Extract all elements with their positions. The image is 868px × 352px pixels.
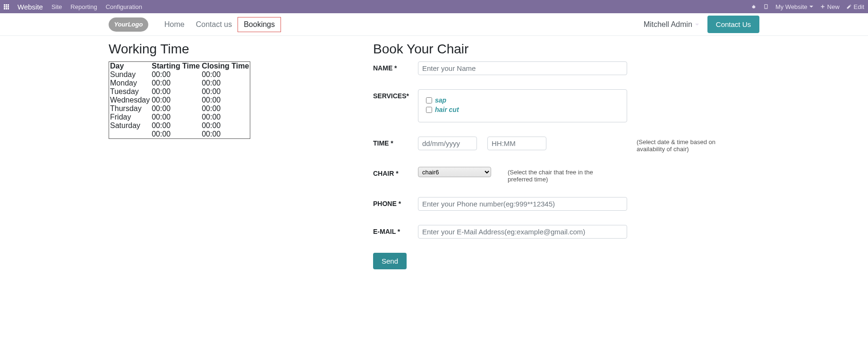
services-box: sap hair cut: [418, 89, 627, 122]
service-checkbox[interactable]: [426, 107, 432, 113]
table-row: 00:0000:00: [109, 130, 250, 139]
nav-home[interactable]: Home: [159, 17, 190, 33]
name-label: NAME *: [373, 61, 418, 72]
service-option-sap[interactable]: sap: [426, 96, 619, 104]
chair-hint: (Select the chair that free in the prefe…: [508, 167, 602, 183]
caret-down-icon: [809, 6, 813, 8]
nav-bookings[interactable]: Bookings: [238, 17, 281, 32]
phone-label: PHONE *: [373, 197, 418, 207]
time-input[interactable]: [487, 137, 546, 150]
topbar-edit[interactable]: Edit: [846, 3, 864, 10]
service-option-haircut[interactable]: hair cut: [426, 106, 619, 113]
topbar-menu-reporting[interactable]: Reporting: [70, 3, 97, 10]
nav-contact-us[interactable]: Contact us: [190, 17, 238, 33]
topbar-new[interactable]: New: [820, 3, 840, 10]
working-time-title: Working Time: [109, 42, 354, 57]
table-row: Sunday00:0000:00: [109, 70, 250, 79]
phone-input[interactable]: [418, 197, 627, 211]
send-button[interactable]: Send: [373, 253, 407, 269]
table-row: Monday00:0000:00: [109, 79, 250, 87]
table-row: Saturday00:0000:00: [109, 121, 250, 130]
booking-title: Book Your Chair: [373, 42, 759, 57]
topbar-brand[interactable]: Website: [17, 3, 43, 11]
topbar-my-website[interactable]: My Website: [775, 3, 813, 10]
table-header: Day Starting Time Closing Time: [109, 62, 250, 71]
user-menu[interactable]: Mitchell Admin: [644, 20, 699, 29]
name-input[interactable]: [418, 61, 627, 75]
topbar-menu-site[interactable]: Site: [51, 3, 62, 10]
mobile-icon[interactable]: [763, 4, 769, 9]
svg-point-0: [752, 6, 755, 9]
service-checkbox[interactable]: [426, 97, 432, 103]
chair-select[interactable]: chair6: [418, 167, 491, 177]
email-label: E-MAIL *: [373, 225, 418, 235]
table-row: Wednesday00:0000:00: [109, 96, 250, 104]
table-row: Tuesday00:0000:00: [109, 87, 250, 96]
services-label: SERVICES*: [373, 89, 418, 100]
date-input[interactable]: [418, 137, 477, 150]
contact-us-button[interactable]: Contact Us: [707, 16, 759, 33]
working-time-table: Day Starting Time Closing Time Sunday00:…: [109, 61, 250, 139]
caret-down-icon: [695, 24, 699, 26]
odoo-topbar: Website Site Reporting Configuration My …: [0, 0, 868, 13]
site-navbar: YourLogo Home Contact us Bookings Mitche…: [0, 13, 868, 36]
bug-icon[interactable]: [751, 4, 757, 9]
topbar-menu-configuration[interactable]: Configuration: [106, 3, 142, 10]
table-row: Thursday00:0000:00: [109, 104, 250, 113]
chair-label: CHAIR *: [373, 167, 418, 177]
email-input[interactable]: [418, 225, 627, 239]
site-logo[interactable]: YourLogo: [109, 17, 148, 32]
time-hint: (Select date & time based on availabilit…: [637, 137, 731, 153]
table-row: Friday00:0000:00: [109, 113, 250, 121]
apps-icon[interactable]: [4, 4, 9, 9]
time-label: TIME *: [373, 137, 418, 147]
